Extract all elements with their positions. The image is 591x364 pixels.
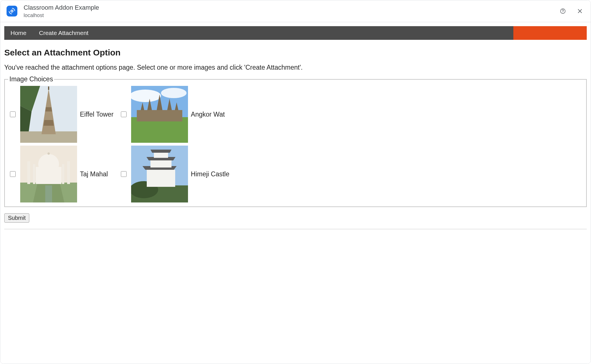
page-title: Select an Attachment Option bbox=[4, 48, 587, 57]
fieldset-legend: Image Choices bbox=[8, 75, 54, 83]
nav-home[interactable]: Home bbox=[4, 26, 33, 40]
choice-label: Angkor Wat bbox=[191, 111, 225, 118]
page-instructions: You've reached the attachment options pa… bbox=[4, 64, 587, 71]
svg-rect-27 bbox=[150, 160, 171, 167]
checkbox-taj-mahal[interactable] bbox=[10, 171, 16, 177]
checkbox-himeji-castle[interactable] bbox=[121, 171, 127, 177]
choice-taj-mahal[interactable]: Taj Mahal bbox=[8, 146, 113, 202]
choice-himeji-castle[interactable]: Himeji Castle bbox=[119, 146, 229, 202]
close-icon[interactable] bbox=[575, 7, 584, 16]
svg-rect-21 bbox=[62, 164, 64, 184]
choice-label: Taj Mahal bbox=[80, 170, 108, 178]
svg-point-3 bbox=[563, 12, 563, 13]
svg-rect-8 bbox=[48, 86, 49, 90]
svg-rect-19 bbox=[67, 161, 70, 184]
dialog-header: Classroom Addon Example localhost bbox=[0, 0, 591, 22]
checkbox-angkor-wat[interactable] bbox=[121, 111, 127, 117]
help-icon[interactable] bbox=[558, 7, 567, 16]
svg-rect-16 bbox=[36, 167, 61, 184]
thumb-taj-mahal bbox=[20, 146, 77, 202]
checkbox-eiffel-tower[interactable] bbox=[10, 111, 16, 117]
app-logo-icon bbox=[7, 6, 17, 16]
choice-eiffel-tower[interactable]: Eiffel Tower bbox=[8, 86, 113, 143]
navbar: Home Create Attachment bbox=[4, 26, 587, 40]
navbar-accent bbox=[513, 26, 587, 40]
separator bbox=[4, 229, 587, 229]
content-frame: Home Create Attachment Select an Attachm… bbox=[0, 22, 591, 364]
svg-rect-26 bbox=[147, 170, 175, 187]
svg-rect-13 bbox=[137, 110, 182, 121]
submit-button[interactable]: Submit bbox=[4, 213, 29, 223]
choice-angkor-wat[interactable]: Angkor Wat bbox=[119, 86, 229, 143]
dialog-subtitle: localhost bbox=[24, 12, 558, 19]
image-choices-fieldset: Image Choices Eiffel Tower bbox=[4, 75, 587, 207]
choice-label: Eiffel Tower bbox=[80, 111, 113, 118]
thumb-angkor-wat bbox=[131, 86, 188, 143]
svg-point-1 bbox=[11, 11, 13, 12]
thumb-eiffel-tower bbox=[20, 86, 77, 143]
svg-point-17 bbox=[47, 152, 50, 155]
nav-create-attachment[interactable]: Create Attachment bbox=[33, 26, 95, 40]
svg-rect-18 bbox=[27, 161, 30, 184]
svg-rect-28 bbox=[154, 153, 168, 158]
svg-rect-20 bbox=[33, 164, 35, 184]
thumb-himeji-castle bbox=[131, 146, 188, 202]
dialog-title: Classroom Addon Example bbox=[24, 4, 558, 12]
svg-point-11 bbox=[161, 88, 187, 98]
choice-label: Himeji Castle bbox=[191, 170, 229, 178]
svg-point-10 bbox=[131, 90, 161, 102]
